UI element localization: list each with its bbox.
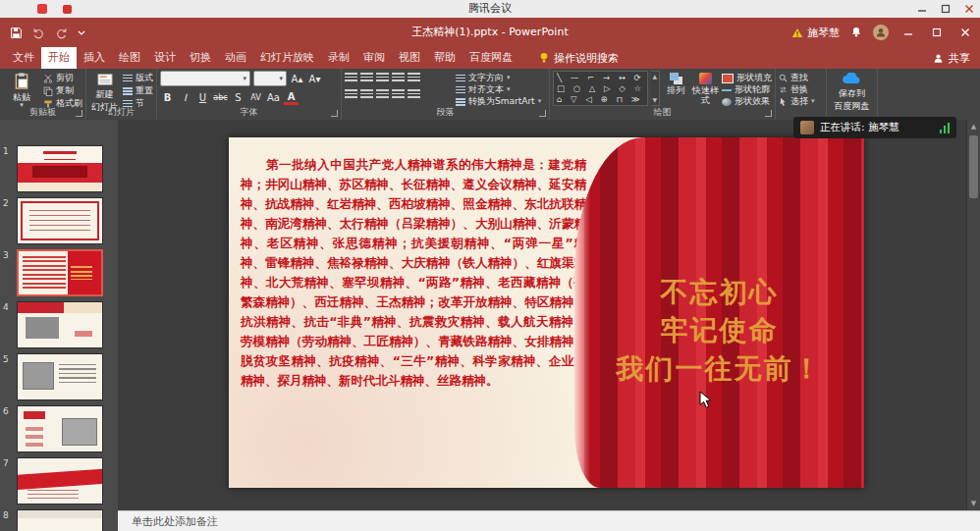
meeting-close-button[interactable] (964, 4, 974, 14)
ppt-close-button[interactable] (956, 27, 974, 37)
slide-thumbnail-4[interactable] (17, 301, 103, 348)
slide-body-text[interactable]: 第一批纳入中国共产党人精神谱系的伟大精神是：建党精神；井冈山精神、苏区精神、长征… (241, 155, 586, 391)
meeting-titlebar: 腾讯会议 (0, 0, 980, 19)
text-direction-button[interactable]: 文字方向▾ (456, 73, 541, 83)
ppt-restore-button[interactable] (928, 27, 946, 37)
account-badge[interactable]: 施琴慧 (791, 26, 840, 40)
slide-thumbnail-2[interactable] (17, 197, 103, 244)
bold-button[interactable]: B (160, 90, 175, 105)
shape-effects-icon (722, 98, 732, 106)
arrange-button[interactable]: 排列 (663, 71, 689, 96)
save-to-baidu-button[interactable]: 保存到 百度网盘 (830, 71, 874, 111)
align-text-button[interactable]: 对齐文本▾ (456, 84, 541, 95)
shape-row-misc[interactable]: ⌂ ▽ ◁ ⊕ ⊓ ≫ (557, 94, 644, 104)
align-left-icon[interactable] (345, 89, 357, 99)
decrease-indent-icon[interactable] (376, 73, 389, 82)
customize-quick-access-icon[interactable] (78, 28, 85, 36)
tab-视图[interactable]: 视图 (392, 47, 427, 69)
redo-icon[interactable] (55, 27, 68, 39)
layout-button[interactable]: 版式 (123, 73, 153, 83)
strikethrough-button[interactable]: abc (213, 90, 228, 105)
shape-outline-button[interactable]: 形状轮廓 (722, 84, 772, 95)
tab-录制[interactable]: 录制 (321, 47, 356, 69)
curtain-text[interactable]: 不忘初心 牢记使命 我们一往无前！ (574, 273, 864, 388)
notifications-bell-icon[interactable] (850, 24, 862, 42)
slide-thumbnail-8[interactable] (17, 509, 103, 531)
slide-thumbnail-5[interactable] (17, 353, 103, 400)
tab-插入[interactable]: 插入 (77, 47, 112, 69)
italic-button[interactable]: I (178, 90, 192, 105)
group-font: ▾ ▾ A▴ A▾ B I U abc S AV Aa A (157, 69, 342, 120)
decrease-font-button[interactable]: A▾ (307, 72, 322, 86)
shape-gallery[interactable]: ╲ — ⌐ → ↔ ⟳ □ ○ △ ▷ ◇ ☆ ⌂ ▽ ◁ ⊕ ⊓ ≫ (553, 71, 648, 106)
tab-百度网盘[interactable]: 百度网盘 (463, 47, 519, 69)
character-spacing-button[interactable]: AV (248, 90, 263, 105)
shape-row-lines[interactable]: ╲ — ⌐ → ↔ ⟳ (557, 73, 644, 82)
slide-thumbnail-6[interactable] (17, 405, 103, 452)
columns-icon[interactable] (408, 89, 420, 99)
tab-文件[interactable]: 文件 (6, 47, 41, 69)
scroll-up-icon[interactable]: ▲ (967, 123, 980, 131)
find-button[interactable]: 查找 (779, 73, 815, 83)
replace-button[interactable]: 替换 (779, 84, 815, 95)
align-center-icon[interactable] (360, 89, 373, 99)
cut-button[interactable]: 剪切 (43, 73, 82, 83)
tab-帮助[interactable]: 帮助 (427, 47, 463, 69)
tell-me-search[interactable]: 操作说明搜索 (539, 51, 619, 66)
font-size-select[interactable]: ▾ (253, 71, 287, 86)
increase-indent-icon[interactable] (392, 73, 405, 82)
slide-thumbnail-3[interactable] (17, 249, 103, 296)
slide-thumbnail-7[interactable] (17, 457, 103, 504)
meeting-maximize-button[interactable] (941, 4, 951, 14)
gallery-down-icon[interactable]: ▼ (653, 95, 658, 105)
shape-row-basic[interactable]: □ ○ △ ▷ ◇ ☆ (557, 83, 644, 93)
increase-font-button[interactable]: A▴ (290, 72, 304, 86)
scroll-down-icon[interactable]: ▼ (967, 500, 980, 507)
copy-button[interactable]: 复制 (43, 85, 82, 96)
drawing-dialog-launcher-icon[interactable] (765, 110, 772, 117)
notes-pane[interactable]: 单击此处添加备注 (118, 510, 980, 531)
font-color-button[interactable]: A (284, 90, 299, 105)
group-drawing: ╲ — ⌐ → ↔ ⟳ □ ○ △ ▷ ◇ ☆ ⌂ ▽ ◁ ⊕ ⊓ ≫ ▲ ▼ … (550, 69, 776, 120)
tab-开始[interactable]: 开始 (41, 47, 77, 69)
font-name-select[interactable]: ▾ (160, 71, 250, 86)
numbering-icon[interactable] (360, 73, 373, 82)
meeting-minimize-button[interactable] (917, 4, 927, 14)
tab-动画[interactable]: 动画 (218, 47, 253, 69)
justify-icon[interactable] (392, 89, 405, 99)
group-clipboard: 粘贴 ▾ 剪切 复制 格式刷 剪贴板 (0, 69, 86, 120)
save-icon[interactable] (10, 27, 23, 39)
tab-绘图[interactable]: 绘图 (112, 47, 147, 69)
line-spacing-icon[interactable] (408, 73, 420, 82)
clipboard-dialog-launcher-icon[interactable] (76, 110, 82, 117)
underline-button[interactable]: U (195, 90, 210, 105)
meeting-app-icon (37, 4, 47, 14)
slide-editor-area[interactable]: 第一批纳入中国共产党人精神谱系的伟大精神是：建党精神；井冈山精神、苏区精神、长征… (118, 120, 967, 510)
user-avatar[interactable] (873, 25, 889, 40)
select-button[interactable]: 选择▾ (779, 96, 815, 107)
quick-styles-button[interactable]: 快速样式 (692, 71, 719, 105)
shape-fill-button[interactable]: 形状填充 (722, 73, 772, 83)
reset-button[interactable]: 重置 (123, 85, 153, 96)
editor-scrollbar[interactable]: ▲ ▼ (966, 120, 980, 510)
font-dialog-launcher-icon[interactable] (331, 110, 338, 117)
slide-thumbnail-1[interactable] (17, 145, 103, 192)
curtain-graphic[interactable]: 不忘初心 牢记使命 我们一往无前！ (574, 137, 864, 488)
share-person-icon (933, 53, 944, 64)
bullets-icon[interactable] (345, 73, 357, 82)
tab-切换[interactable]: 切换 (183, 47, 218, 69)
undo-icon[interactable] (32, 27, 45, 39)
change-case-button[interactable]: Aa (266, 90, 281, 105)
share-button[interactable]: 共享 (933, 47, 970, 69)
ppt-minimize-button[interactable] (899, 27, 917, 37)
scrollbar-thumb[interactable] (969, 135, 978, 198)
text-shadow-button[interactable]: S (231, 90, 245, 105)
tab-幻灯片放映[interactable]: 幻灯片放映 (253, 47, 321, 69)
align-right-icon[interactable] (376, 89, 389, 99)
gallery-up-icon[interactable]: ▲ (653, 72, 658, 81)
paragraph-dialog-launcher-icon[interactable] (539, 110, 546, 117)
slide-canvas[interactable]: 第一批纳入中国共产党人精神谱系的伟大精神是：建党精神；井冈山精神、苏区精神、长征… (229, 137, 864, 488)
tab-审阅[interactable]: 审阅 (356, 47, 392, 69)
paste-button[interactable]: 粘贴 ▾ (3, 71, 40, 109)
tab-设计[interactable]: 设计 (147, 47, 183, 69)
